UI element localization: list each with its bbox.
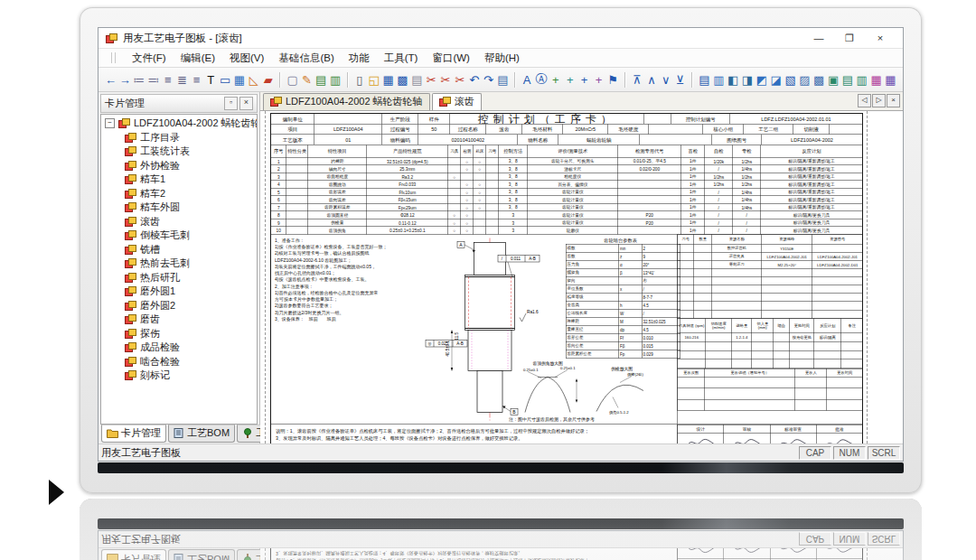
dim-plus-2-icon[interactable]: + <box>563 71 577 89</box>
replace-picture-icon[interactable]: ▥ <box>329 71 343 89</box>
eraser-icon[interactable]: ◺ <box>247 71 260 89</box>
minimize-icon[interactable]: — <box>803 29 834 47</box>
tree-item-成品检验[interactable]: 成品检验 <box>103 341 257 355</box>
doc-tab-滚齿[interactable]: 滚齿 <box>432 93 482 110</box>
screenshot-card: 用友工艺电子图板 - [滚齿] —❐× 文件(F)编辑(E)视图(V)基础信息(… <box>80 499 922 560</box>
tree-item-工装统计表[interactable]: 工装统计表 <box>103 145 257 159</box>
tree-item-精车2[interactable]: 精车2 <box>103 187 257 201</box>
menu-item-2[interactable]: 视图(V) <box>230 51 264 65</box>
panel-close-icon[interactable]: × <box>239 97 253 110</box>
tree-item-精车外圆[interactable]: 精车外圆 <box>103 201 257 215</box>
panel-tab-卡片管理[interactable]: 卡片管理 <box>101 425 166 443</box>
tree-item-倒棱车毛刺[interactable]: 倒棱车毛刺 <box>103 229 257 243</box>
process-tree[interactable]: −LDFZ100A04-2002 蜗轮齿轮轴工序目录工装统计表外协检验精车1精车… <box>100 114 258 425</box>
batch-cut-icon[interactable]: ✂ <box>425 71 438 89</box>
tree-item-磨齿[interactable]: 磨齿 <box>103 313 257 327</box>
dim-plus-1-icon[interactable]: + <box>549 71 562 89</box>
card-insert-icon[interactable]: ▥ <box>712 71 726 89</box>
pencil-icon[interactable]: ✎ <box>300 71 314 89</box>
tree-item-热后研孔[interactable]: 热后研孔 <box>103 271 257 285</box>
save-all-icon[interactable]: ▩ <box>396 71 409 89</box>
edit-row-icon[interactable]: ▩ <box>812 71 826 89</box>
menu-item-3[interactable]: 基础信息(B) <box>278 51 333 65</box>
fill-red-icon[interactable]: ▰ <box>261 71 275 89</box>
menu-item-6[interactable]: 窗口(W) <box>432 51 470 65</box>
align-center-icon[interactable]: ≣ <box>175 71 189 89</box>
row-insert-icon[interactable]: ◩ <box>755 71 768 89</box>
forward-icon[interactable]: → <box>118 71 132 89</box>
card-import-icon[interactable]: ◨ <box>741 71 755 89</box>
tree-item-啮合检验[interactable]: 啮合检验 <box>103 355 257 369</box>
undo-icon[interactable]: ↶ <box>467 71 481 89</box>
menu-item-7[interactable]: 帮助(H) <box>484 51 520 65</box>
delete-card-icon[interactable]: ▦ <box>869 71 883 89</box>
callout-flag-icon[interactable]: ⚑ <box>606 71 620 89</box>
restore-icon[interactable]: ❐ <box>834 29 865 47</box>
tree-expander-icon[interactable]: − <box>105 118 115 128</box>
dim-plus-3-icon[interactable]: + <box>577 71 591 89</box>
scroll-left-icon[interactable]: ◁ <box>858 94 871 107</box>
doc-tab-LDFZ100A04-2002 蜗轮齿轮轴[interactable]: LDFZ100A04-2002 蜗轮齿轮轴 <box>263 93 430 110</box>
tree-item-工序目录[interactable]: 工序目录 <box>103 131 257 145</box>
panel-tab-工艺BOM[interactable]: 工艺BOM <box>168 425 235 443</box>
dim-plus-4-icon[interactable]: + <box>592 71 605 89</box>
move-bottom-icon[interactable]: ⊻ <box>673 71 687 89</box>
tree-item-滚齿[interactable]: 滚齿 <box>103 215 257 229</box>
font-icon[interactable]: A <box>521 71 534 89</box>
copy-row-icon[interactable]: ▤ <box>841 71 855 89</box>
menu-item-5[interactable]: 工具(T) <box>384 51 418 65</box>
card-export-icon[interactable]: ◧ <box>727 71 740 89</box>
redo-icon[interactable]: ↷ <box>482 71 495 89</box>
image-tool-icon[interactable]: ▦ <box>233 71 247 89</box>
tree-item-热前去毛刺[interactable]: 热前去毛刺 <box>103 257 257 271</box>
batch-replace-icon[interactable]: ✂ <box>453 71 466 89</box>
row-append-icon[interactable]: ◪ <box>769 71 783 89</box>
close-icon[interactable]: × <box>865 29 896 47</box>
cutting-empty-cell <box>706 341 732 350</box>
align-left-icon[interactable]: ≡ <box>161 71 174 89</box>
menu-item-4[interactable]: 功能 <box>349 51 370 65</box>
node-list-icon[interactable]: ≔ <box>133 71 146 89</box>
save-file-icon[interactable]: ▦ <box>381 71 395 89</box>
text-tool-icon[interactable]: T <box>204 71 218 89</box>
preview-icon[interactable]: ▤ <box>496 71 510 89</box>
char-circle-icon[interactable]: Ⓐ <box>535 71 549 89</box>
document-viewport[interactable]: 编制单位生产阶段样件控制计划（工序卡）控制计划编号LDFZ.LDFZ100A04… <box>260 111 903 443</box>
panel-dock-icon[interactable]: ▫ <box>224 97 238 110</box>
print-icon[interactable]: ▤ <box>410 71 424 89</box>
menu-item-0[interactable]: 文件(F) <box>132 51 166 65</box>
svg-text:0.011: 0.011 <box>511 257 521 261</box>
menu-item-1[interactable]: 编辑(E) <box>181 51 215 65</box>
tree-item-精车1[interactable]: 精车1 <box>103 173 257 187</box>
char-cell: 齿顶倒角 <box>308 227 367 235</box>
tree-item-外协检验[interactable]: 外协检验 <box>103 159 257 173</box>
new-file-icon[interactable]: ▯ <box>353 71 367 89</box>
tree-item-磨外圆1[interactable]: 磨外圆1 <box>103 285 257 299</box>
align-right-icon[interactable]: ≡ <box>190 71 203 89</box>
row-delete-icon[interactable]: ▧ <box>784 71 797 89</box>
toolbar-separator <box>347 72 349 88</box>
move-down-icon[interactable]: ∨ <box>659 71 672 89</box>
move-up-icon[interactable]: ∧ <box>645 71 659 89</box>
open-file-icon[interactable]: ◱ <box>367 71 380 89</box>
scroll-right-icon[interactable]: ▷ <box>872 94 886 107</box>
tree-root-node[interactable]: −LDFZ100A04-2002 蜗轮齿轮轴 <box>103 117 257 131</box>
tree-item-铣槽[interactable]: 铣槽 <box>103 243 257 257</box>
back-icon[interactable]: ← <box>104 71 117 89</box>
tree-item-刻标记[interactable]: 刻标记 <box>103 369 257 383</box>
frame-tool-icon[interactable]: ▭ <box>219 71 232 89</box>
select-region-icon[interactable]: ▢ <box>286 71 299 89</box>
copy-card-icon[interactable]: ▣ <box>827 71 840 89</box>
edit-card-icon[interactable]: ▨ <box>798 71 812 89</box>
move-top-icon[interactable]: ⊼ <box>631 71 644 89</box>
paste-row-icon[interactable]: ▥ <box>855 71 868 89</box>
insert-picture-icon[interactable]: ▤ <box>314 71 328 89</box>
card-stack-icon <box>118 118 130 128</box>
tree-item-探伤[interactable]: 探伤 <box>103 327 257 341</box>
card-new-icon[interactable]: ▤ <box>698 71 711 89</box>
close-tab-icon[interactable]: × <box>887 94 900 107</box>
batch-copy-icon[interactable]: ✂ <box>439 71 453 89</box>
card-grid-icon[interactable]: ▦ <box>884 71 897 89</box>
node-search-icon[interactable]: ≕ <box>147 71 161 89</box>
tree-item-磨外圆2[interactable]: 磨外圆2 <box>103 299 257 313</box>
